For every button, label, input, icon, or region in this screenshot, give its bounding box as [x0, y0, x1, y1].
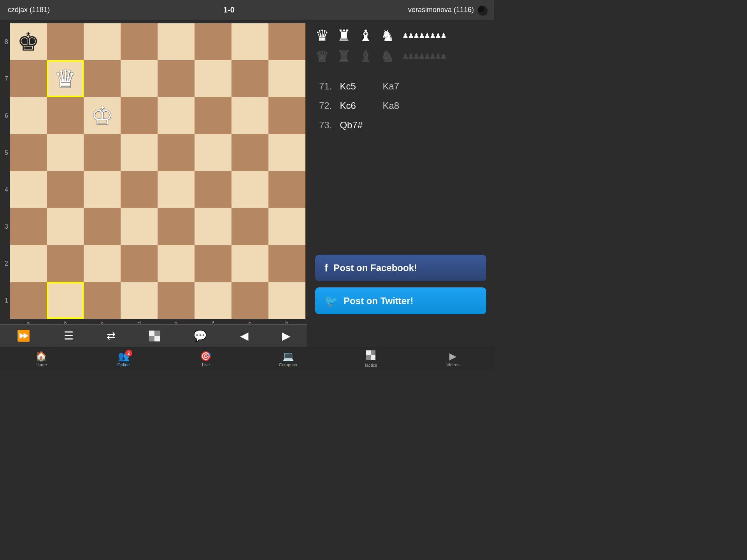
cell-d5[interactable] — [121, 134, 158, 171]
fast-forward-button[interactable]: ⏩ — [11, 326, 36, 345]
chess-board[interactable]: ♚♛♔ — [10, 23, 305, 319]
cell-c8[interactable] — [84, 23, 121, 60]
black-bishop-selector[interactable]: ♝ — [359, 47, 373, 65]
cell-d2[interactable] — [121, 245, 158, 282]
main-content: 8 7 6 5 4 3 2 1 ♚♛♔ a b c d e f g h — [0, 20, 494, 324]
online-badge: 2 — [125, 350, 132, 357]
cell-c5[interactable] — [84, 134, 121, 171]
cell-f4[interactable] — [195, 171, 231, 208]
white-rook-selector[interactable]: ♜ — [337, 26, 351, 44]
cell-e3[interactable] — [158, 208, 195, 245]
cell-h8[interactable] — [268, 23, 305, 60]
twitter-icon: 🐦 — [324, 294, 338, 307]
move-71-black: Ka7 — [382, 81, 399, 92]
black-knight-selector[interactable]: ♞ — [381, 47, 395, 65]
cell-f7[interactable] — [195, 60, 231, 97]
cell-g5[interactable] — [231, 134, 268, 171]
cell-f1[interactable] — [195, 282, 231, 319]
cell-g3[interactable] — [231, 208, 268, 245]
back-button[interactable]: ◀ — [235, 326, 254, 345]
cell-h6[interactable] — [268, 97, 305, 134]
tab-online[interactable]: 👥 2 Online — [82, 347, 165, 370]
cell-d7[interactable] — [121, 60, 158, 97]
cell-e7[interactable] — [158, 60, 195, 97]
cell-c6[interactable]: ♔ — [84, 97, 121, 134]
cell-c2[interactable] — [84, 245, 121, 282]
cell-f3[interactable] — [195, 208, 231, 245]
white-knight-selector[interactable]: ♞ — [381, 26, 395, 44]
rank-4: 4 — [5, 171, 8, 208]
cell-g8[interactable] — [231, 23, 268, 60]
tab-tactics[interactable]: Tactics — [330, 347, 412, 370]
cell-e6[interactable] — [158, 97, 195, 134]
cell-h3[interactable] — [268, 208, 305, 245]
board-container: 8 7 6 5 4 3 2 1 ♚♛♔ a b c d e f g h — [0, 20, 307, 324]
cell-e4[interactable] — [158, 171, 195, 208]
cell-b6[interactable] — [47, 97, 84, 134]
cell-c1[interactable] — [84, 282, 121, 319]
cell-g1[interactable] — [231, 282, 268, 319]
cell-d4[interactable] — [121, 171, 158, 208]
tab-live-label: Live — [202, 362, 210, 367]
cell-a6[interactable] — [10, 97, 47, 134]
cell-b7[interactable]: ♛ — [47, 60, 84, 97]
tab-videos[interactable]: ▶ Videos — [412, 347, 494, 370]
cell-e8[interactable] — [158, 23, 195, 60]
chat-button[interactable]: 💬 — [188, 326, 212, 345]
move-list-button[interactable]: ☰ — [58, 326, 79, 345]
cell-a4[interactable] — [10, 171, 47, 208]
cell-d3[interactable] — [121, 208, 158, 245]
cell-d1[interactable] — [121, 282, 158, 319]
black-queen-selector[interactable]: ♛ — [315, 47, 329, 65]
cell-h2[interactable] — [268, 245, 305, 282]
cell-f2[interactable] — [195, 245, 231, 282]
cell-a1[interactable] — [10, 282, 47, 319]
cell-e1[interactable] — [158, 282, 195, 319]
cell-d6[interactable] — [121, 97, 158, 134]
cell-b4[interactable] — [47, 171, 84, 208]
shuffle-button[interactable]: ⇄ — [101, 326, 121, 345]
cell-f6[interactable] — [195, 97, 231, 134]
move-72-black: Ka8 — [382, 100, 399, 111]
cell-h5[interactable] — [268, 134, 305, 171]
black-pawns-selector[interactable]: ♟♟♟♟♟♟♟♟ — [402, 52, 446, 61]
cell-h4[interactable] — [268, 171, 305, 208]
rank-6: 6 — [5, 97, 8, 134]
cell-b8[interactable] — [47, 23, 84, 60]
cell-g2[interactable] — [231, 245, 268, 282]
cell-b3[interactable] — [47, 208, 84, 245]
cell-c4[interactable] — [84, 171, 121, 208]
cell-c7[interactable] — [84, 60, 121, 97]
cell-f5[interactable] — [195, 134, 231, 171]
cell-d8[interactable] — [121, 23, 158, 60]
tab-live[interactable]: 🎯 Live — [165, 347, 247, 370]
cell-h7[interactable] — [268, 60, 305, 97]
cell-b5[interactable] — [47, 134, 84, 171]
board-button[interactable] — [144, 327, 165, 345]
twitter-button[interactable]: 🐦 Post on Twitter! — [315, 287, 486, 314]
cell-g6[interactable] — [231, 97, 268, 134]
white-bishop-selector[interactable]: ♝ — [359, 26, 373, 44]
white-queen-selector[interactable]: ♛ — [315, 26, 329, 44]
cell-a3[interactable] — [10, 208, 47, 245]
cell-b1[interactable] — [47, 282, 84, 319]
cell-e5[interactable] — [158, 134, 195, 171]
cell-a5[interactable] — [10, 134, 47, 171]
white-pawns-selector[interactable]: ♟♟♟♟♟♟♟♟ — [402, 31, 446, 40]
cell-f8[interactable] — [195, 23, 231, 60]
cell-a8[interactable]: ♚ — [10, 23, 47, 60]
black-rook-selector[interactable]: ♜ — [337, 47, 351, 65]
cell-a2[interactable] — [10, 245, 47, 282]
forward-button[interactable]: ▶ — [277, 326, 296, 345]
cell-g7[interactable] — [231, 60, 268, 97]
cell-g4[interactable] — [231, 171, 268, 208]
cell-c3[interactable] — [84, 208, 121, 245]
cell-h1[interactable] — [268, 282, 305, 319]
tab-computer[interactable]: 💻 Computer — [247, 347, 330, 370]
cell-a7[interactable] — [10, 60, 47, 97]
cell-e2[interactable] — [158, 245, 195, 282]
cell-b2[interactable] — [47, 245, 84, 282]
tab-home[interactable]: 🏠 Home — [0, 347, 82, 370]
black-ball-indicator — [478, 6, 486, 14]
facebook-button[interactable]: f Post on Facebook! — [315, 255, 486, 281]
